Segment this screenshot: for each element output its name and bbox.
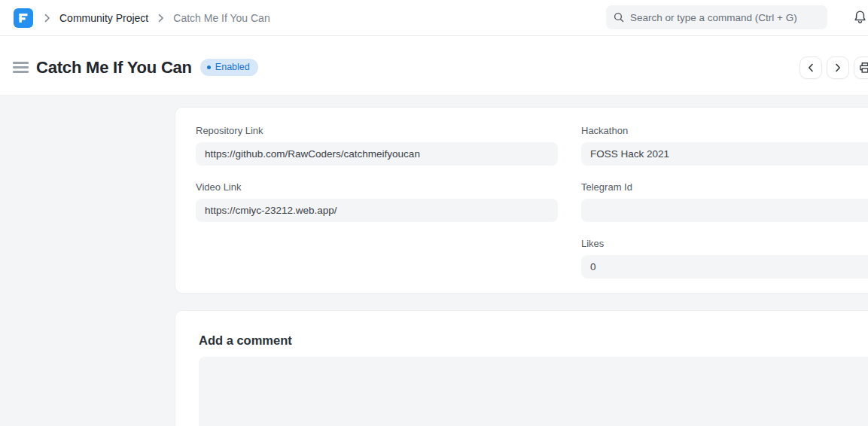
breadcrumb-item-current-doc[interactable]: Catch Me If You Can bbox=[173, 12, 270, 24]
form-page-body: Repository Link Video Link Hackathon Tel… bbox=[0, 96, 868, 426]
field-label: Likes bbox=[581, 238, 868, 249]
search-input[interactable] bbox=[630, 12, 820, 23]
field-hackathon: Hackathon bbox=[581, 125, 868, 166]
field-label: Video Link bbox=[196, 181, 558, 193]
navbar: Community Project Catch Me If You Can bbox=[0, 0, 868, 36]
chevron-right-icon bbox=[44, 14, 50, 23]
chevron-right-icon bbox=[833, 62, 842, 73]
form-column-right: Hackathon Telegram Id Likes bbox=[581, 125, 868, 275]
form-column-left: Repository Link Video Link bbox=[196, 125, 558, 275]
print-button[interactable] bbox=[854, 56, 868, 79]
breadcrumb-item-community-project[interactable]: Community Project bbox=[59, 12, 148, 24]
comment-input[interactable] bbox=[199, 357, 868, 426]
video-link-input[interactable] bbox=[196, 199, 558, 222]
chevron-left-icon bbox=[806, 62, 815, 73]
notifications-button[interactable] bbox=[853, 10, 867, 28]
field-telegram-id: Telegram Id bbox=[581, 181, 868, 222]
bell-icon bbox=[853, 10, 867, 25]
telegram-id-input[interactable] bbox=[581, 199, 868, 222]
status-badge: Enabled bbox=[200, 59, 258, 76]
comment-section-heading: Add a comment bbox=[199, 333, 868, 348]
status-badge-label: Enabled bbox=[215, 62, 250, 72]
next-document-button[interactable] bbox=[827, 56, 849, 79]
hackathon-input[interactable] bbox=[581, 142, 868, 166]
frappe-logo-icon bbox=[17, 12, 29, 24]
comment-section-card: Add a comment bbox=[175, 310, 868, 426]
form-section-card: Repository Link Video Link Hackathon Tel… bbox=[175, 107, 868, 294]
sidebar-toggle-button[interactable] bbox=[13, 62, 29, 73]
prev-document-button[interactable] bbox=[799, 56, 822, 79]
field-label: Telegram Id bbox=[581, 181, 868, 193]
menu-icon bbox=[13, 62, 29, 64]
page-title: Catch Me If You Can bbox=[36, 58, 192, 78]
frappe-logo[interactable] bbox=[14, 8, 33, 28]
field-video-link: Video Link bbox=[196, 181, 558, 222]
field-label: Hackathon bbox=[581, 125, 868, 136]
page-header: Catch Me If You Can Enabled bbox=[0, 36, 868, 96]
field-likes: Likes bbox=[581, 238, 868, 278]
page-actions bbox=[799, 56, 868, 79]
menu-icon bbox=[13, 71, 29, 73]
breadcrumb: Community Project Catch Me If You Can bbox=[44, 12, 270, 24]
status-dot-icon bbox=[207, 65, 211, 69]
chevron-right-icon bbox=[157, 14, 164, 23]
printer-icon bbox=[859, 62, 868, 74]
global-search[interactable] bbox=[606, 5, 827, 29]
field-repository-link: Repository Link bbox=[196, 125, 558, 166]
menu-icon bbox=[13, 66, 29, 68]
field-label: Repository Link bbox=[196, 125, 558, 136]
search-icon bbox=[614, 12, 624, 23]
repository-link-input[interactable] bbox=[196, 142, 558, 166]
likes-input[interactable] bbox=[581, 255, 868, 278]
